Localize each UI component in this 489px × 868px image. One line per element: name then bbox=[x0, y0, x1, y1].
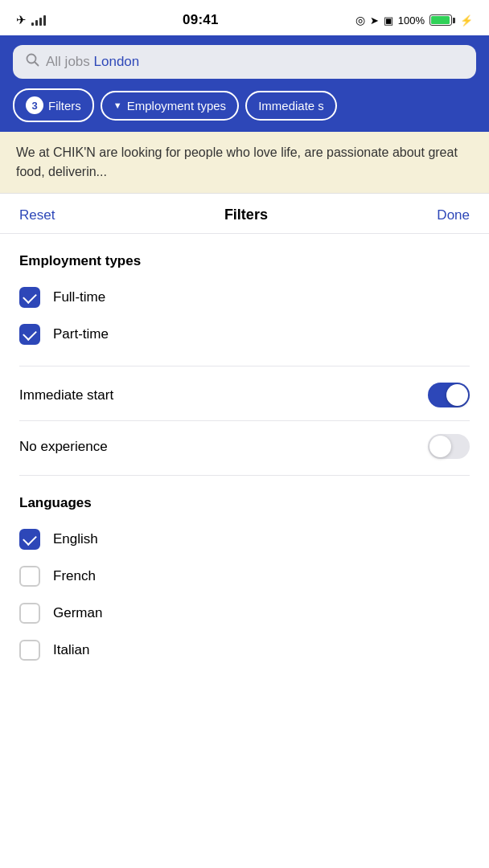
german-checkbox[interactable] bbox=[19, 603, 40, 624]
parttime-row[interactable]: Part-time bbox=[19, 319, 470, 350]
fulltime-row[interactable]: Full-time bbox=[19, 282, 470, 313]
employment-types-label: Employment types bbox=[127, 99, 226, 113]
screen-icon: ▣ bbox=[384, 14, 393, 27]
status-bar: ✈ 09:41 ◎ ➤ ▣ 100% ⚡ bbox=[0, 0, 489, 35]
battery-percent: 100% bbox=[398, 14, 425, 27]
filter-header: Reset Filters Done bbox=[0, 194, 489, 234]
german-row[interactable]: German bbox=[19, 598, 470, 628]
parttime-label: Part-time bbox=[53, 326, 109, 342]
german-label: German bbox=[53, 605, 102, 621]
immediate-start-label: Immediate start bbox=[19, 387, 113, 403]
charging-icon: ⚡ bbox=[460, 14, 473, 27]
employment-types-heading: Employment types bbox=[19, 253, 470, 269]
fulltime-checkbox[interactable] bbox=[19, 287, 40, 308]
filter-panel-title: Filters bbox=[224, 207, 268, 223]
location-icon: ◎ bbox=[355, 14, 365, 27]
french-row[interactable]: French bbox=[19, 561, 470, 592]
status-left: ✈ bbox=[16, 13, 46, 27]
header-area: All jobs London 3 Filters ▼ Employment t… bbox=[0, 35, 489, 132]
search-placeholder: All jobs London bbox=[46, 54, 139, 70]
status-right: ◎ ➤ ▣ 100% ⚡ bbox=[355, 14, 473, 27]
immediate-start-toggle[interactable] bbox=[428, 383, 470, 407]
filters-chip-label: Filters bbox=[48, 99, 81, 113]
done-button[interactable]: Done bbox=[437, 207, 470, 223]
dropdown-arrow-icon: ▼ bbox=[113, 100, 122, 110]
employment-types-chip[interactable]: ▼ Employment types bbox=[101, 91, 239, 121]
battery-icon bbox=[429, 14, 455, 26]
no-experience-row: No experience bbox=[19, 421, 470, 472]
reset-button[interactable]: Reset bbox=[19, 207, 55, 223]
employment-types-section: Employment types Full-time Part-time bbox=[0, 234, 489, 350]
job-card-peek: We at CHIK'N are looking for people who … bbox=[0, 132, 489, 194]
italian-checkbox[interactable] bbox=[19, 640, 40, 661]
languages-section: Languages English French German Italian bbox=[0, 476, 489, 665]
job-card-text: We at CHIK'N are looking for people who … bbox=[16, 145, 458, 178]
status-time: 09:41 bbox=[183, 12, 219, 28]
english-row[interactable]: English bbox=[19, 524, 470, 555]
navigation-icon: ➤ bbox=[370, 14, 379, 27]
french-label: French bbox=[53, 568, 96, 584]
chips-row: 3 Filters ▼ Employment types Immediate s bbox=[13, 88, 476, 122]
immediate-start-row: Immediate start bbox=[19, 370, 470, 420]
no-experience-toggle[interactable] bbox=[428, 434, 470, 459]
toggle-section: Immediate start No experience bbox=[0, 366, 489, 475]
languages-heading: Languages bbox=[19, 495, 470, 511]
no-experience-label: No experience bbox=[19, 439, 108, 455]
italian-label: Italian bbox=[53, 642, 89, 658]
immediate-label: Immediate s bbox=[258, 99, 324, 113]
filters-chip[interactable]: 3 Filters bbox=[13, 88, 94, 122]
french-checkbox[interactable] bbox=[19, 566, 40, 587]
english-label: English bbox=[53, 531, 98, 547]
filter-count-badge: 3 bbox=[26, 96, 43, 114]
parttime-checkbox[interactable] bbox=[19, 324, 40, 345]
search-bar[interactable]: All jobs London bbox=[13, 45, 476, 79]
svg-line-1 bbox=[35, 62, 39, 66]
italian-row[interactable]: Italian bbox=[19, 635, 470, 665]
airplane-icon: ✈ bbox=[16, 13, 27, 27]
fulltime-label: Full-time bbox=[53, 289, 105, 305]
no-experience-thumb bbox=[429, 436, 451, 457]
search-icon bbox=[26, 53, 39, 71]
search-location: London bbox=[94, 54, 140, 69]
signal-bars bbox=[31, 14, 46, 26]
immediate-start-thumb bbox=[446, 384, 468, 406]
english-checkbox[interactable] bbox=[19, 529, 40, 550]
filter-panel: Reset Filters Done Employment types Full… bbox=[0, 194, 489, 665]
immediate-chip[interactable]: Immediate s bbox=[245, 91, 337, 121]
